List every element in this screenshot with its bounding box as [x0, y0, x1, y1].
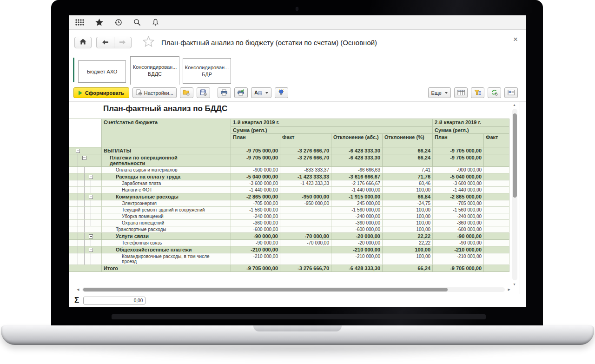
cell-dev_abs[interactable]: -1 440 000,00	[331, 187, 383, 193]
cell-fact[interactable]	[280, 246, 331, 253]
refresh-settings-button[interactable]	[488, 87, 501, 98]
cell-dev_pct[interactable]: 100,00	[383, 213, 433, 220]
cell-plan[interactable]: -9 705 000,00	[231, 147, 280, 154]
cell-dev_abs[interactable]: -66 666,63	[331, 167, 383, 173]
details-button[interactable]	[504, 87, 518, 98]
header-q2[interactable]: 2-й квартал 2019 г.	[433, 119, 509, 127]
row-label[interactable]: ВЫПЛАТЫ	[102, 147, 231, 154]
vscroll-thumb[interactable]	[513, 113, 517, 198]
scroll-up-icon[interactable]: ▲	[513, 103, 516, 106]
cell-dev_abs[interactable]: -20 000,00	[331, 233, 383, 240]
row-label[interactable]: Платежи по операционной деятельности	[102, 154, 231, 167]
cell-dev_abs[interactable]: -600 000,00	[331, 226, 383, 233]
cell-dev_pct[interactable]: 60,46	[383, 180, 433, 187]
cell-plan2[interactable]: -2 865 000,00	[433, 193, 484, 200]
cell-plan[interactable]: -240 000,00	[231, 213, 280, 220]
cell-dev_abs[interactable]: -20 000,00	[331, 240, 383, 246]
cell-dev_pct[interactable]: 66,84	[383, 193, 433, 200]
cell-dev_pct[interactable]: 22,22	[383, 233, 433, 240]
row-label[interactable]: Общехозяйственные платежи	[102, 246, 231, 253]
header-sum-q2[interactable]: Сумма (регл.)	[433, 127, 509, 134]
cell-fact[interactable]: -3 276 666,70	[280, 147, 331, 154]
row-label[interactable]: Охрана помещений	[102, 220, 231, 226]
cell-dev_abs[interactable]: -6 428 333,30	[331, 154, 383, 167]
cell-dev_pct[interactable]: 22,22	[383, 240, 433, 246]
forward-button[interactable]	[114, 37, 132, 48]
cell-plan2[interactable]: -9 705 000,00	[433, 147, 484, 154]
header-plan-q2[interactable]: План	[433, 134, 484, 147]
save-variant-button[interactable]	[197, 87, 210, 98]
tab-consolidated-bdr[interactable]: Консолидирован... БДР	[183, 58, 231, 84]
header-plan-q1[interactable]: План	[231, 134, 280, 147]
open-variant-button[interactable]	[180, 87, 193, 98]
cell-fact2[interactable]	[484, 233, 509, 240]
cell-fact2[interactable]	[484, 220, 509, 226]
header-dev-abs[interactable]: Отклонение (абс.)	[331, 134, 383, 147]
cell-plan[interactable]: -600 000,00	[231, 226, 280, 233]
cell-dev_abs[interactable]: -1 560 000,00	[331, 207, 383, 213]
cell-fact[interactable]	[280, 220, 331, 226]
cell-dev_pct[interactable]: 100,00	[383, 253, 433, 265]
apps-menu-icon[interactable]	[75, 19, 84, 26]
cell-fact[interactable]: -3 276 666,70	[280, 154, 331, 167]
row-label[interactable]: Услуги связи	[102, 233, 231, 240]
cell-plan[interactable]: -9 705 000,00	[231, 265, 280, 272]
cell-dev_abs[interactable]: 245 000,00	[331, 200, 383, 207]
cell-plan[interactable]: -1 440 000,00	[231, 187, 280, 193]
cell-fact2[interactable]	[484, 226, 509, 233]
autosum-field[interactable]: 0,00	[83, 297, 145, 304]
scroll-right-icon[interactable]: ▶	[508, 288, 510, 291]
cell-dev_abs[interactable]: -6 428 333,30	[331, 265, 383, 272]
cell-fact2[interactable]	[484, 173, 509, 180]
row-label[interactable]: Текущий ремонт зданий и сооружений	[102, 207, 231, 213]
cell-fact2[interactable]	[484, 207, 509, 213]
header-fact-q1[interactable]: Факт	[280, 134, 331, 147]
cell-fact[interactable]: -1 423 333,33	[280, 173, 331, 180]
history-icon[interactable]	[114, 19, 122, 26]
cell-plan2[interactable]: -210 000,00	[433, 246, 484, 253]
cell-fact2[interactable]	[484, 167, 509, 173]
row-label[interactable]: Коммунальные расходы	[102, 193, 231, 200]
collapse-expander-icon[interactable]	[89, 248, 93, 252]
cell-dev_abs[interactable]: -240 000,00	[331, 213, 383, 220]
tips-button[interactable]	[275, 87, 288, 98]
back-button[interactable]	[97, 37, 114, 48]
cell-fact2[interactable]	[484, 147, 509, 154]
cell-fact2[interactable]	[484, 154, 509, 167]
cell-fact[interactable]: -3 276 666,70	[280, 265, 331, 272]
home-button[interactable]	[74, 37, 92, 48]
cell-plan[interactable]: -210 000,00	[231, 246, 280, 253]
cell-plan[interactable]: -9 705 000,00	[231, 154, 280, 167]
cell-plan2[interactable]: -900 000,00	[433, 167, 484, 173]
search-icon[interactable]	[133, 19, 141, 26]
cell-dev_pct[interactable]: -34,75	[383, 200, 433, 207]
collapse-expander-icon[interactable]	[89, 195, 93, 199]
cell-plan2[interactable]: -210 000,00	[433, 253, 484, 265]
cell-plan[interactable]: -2 865 000,00	[231, 193, 280, 200]
header-fact-q2[interactable]: Факт	[484, 134, 509, 147]
cell-plan2[interactable]: -1 560 000,00	[433, 207, 484, 213]
print-button[interactable]	[218, 87, 231, 98]
print-preview-button[interactable]	[234, 87, 248, 98]
cell-dev_abs[interactable]: -360 000,00	[331, 220, 383, 226]
cell-fact[interactable]: -70 000,00	[280, 233, 331, 240]
row-label[interactable]: Уборка помещений	[102, 213, 231, 220]
cell-fact2[interactable]	[484, 246, 509, 253]
hscroll-thumb[interactable]	[83, 288, 448, 291]
cell-fact2[interactable]	[484, 253, 509, 265]
cell-dev_pct[interactable]: 7,41	[383, 167, 433, 173]
cell-fact[interactable]: -1 423 333,33	[280, 180, 331, 187]
cell-fact2[interactable]	[484, 200, 509, 207]
cell-dev_abs[interactable]: -210 000,00	[331, 253, 383, 265]
cell-plan2[interactable]: -705 000,00	[433, 200, 484, 207]
row-label[interactable]: Оплата сырья и материалов	[102, 167, 231, 173]
header-dev-pct[interactable]: Отклонение (%)	[383, 134, 433, 147]
cell-fact[interactable]: -950 000,00	[280, 200, 331, 207]
filter-button[interactable]	[471, 87, 484, 98]
cell-plan2[interactable]: -240 000,00	[433, 213, 484, 220]
cell-fact[interactable]: -950 000,00	[280, 193, 331, 200]
cell-plan2[interactable]: -9 705 000,00	[433, 154, 484, 167]
collapse-expander-icon[interactable]	[89, 175, 93, 179]
cell-dev_pct[interactable]: 66,24	[383, 154, 433, 167]
vertical-scrollbar[interactable]: ▲ ▼	[512, 103, 518, 286]
